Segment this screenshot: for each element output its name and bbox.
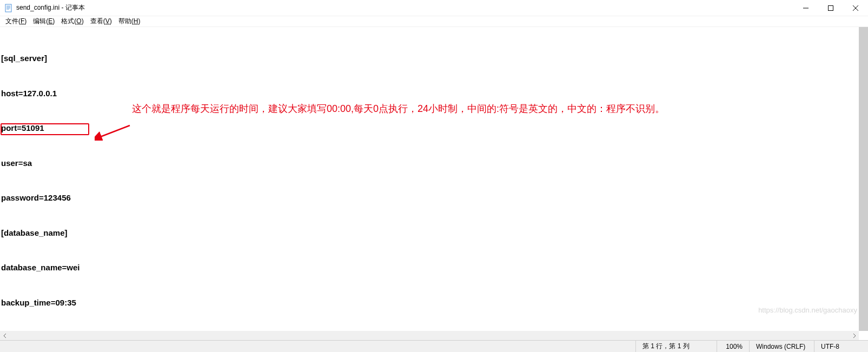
notepad-icon	[4, 4, 13, 12]
svg-rect-6	[829, 5, 833, 10]
scroll-right-icon[interactable]	[850, 331, 859, 340]
status-zoom: 100%	[717, 341, 749, 352]
text-line: host=127.0.0.1	[1, 88, 80, 99]
menu-file[interactable]: 文件(F)	[2, 16, 30, 27]
text-line: [database_name]	[1, 227, 80, 239]
menubar: 文件(F) 编辑(E) 格式(O) 查看(V) 帮助(H)	[0, 16, 868, 27]
text-line: user=sa	[1, 157, 80, 169]
annotation-text: 这个就是程序每天运行的时间，建议大家填写00:00,每天0点执行，24小时制，中…	[132, 101, 684, 117]
text-line: [sql_server]	[1, 52, 80, 64]
scroll-left-icon[interactable]	[0, 331, 9, 340]
text-line: database_name=wei	[1, 262, 80, 274]
titlebar-left: send_config.ini - 记事本	[4, 3, 85, 12]
close-button[interactable]	[843, 0, 868, 16]
text-editor-area[interactable]: [sql_server] host=127.0.0.1 port=51091 u…	[0, 27, 868, 328]
menu-format[interactable]: 格式(O)	[58, 16, 87, 27]
text-line: port=51091	[1, 122, 80, 134]
text-line: password=123456	[1, 192, 80, 204]
text-line: backup_time=09:35	[1, 297, 80, 309]
text-content[interactable]: [sql_server] host=127.0.0.1 port=51091 u…	[1, 29, 80, 328]
annotation-arrow-icon	[95, 124, 132, 141]
minimize-button[interactable]	[793, 0, 818, 16]
window-controls	[793, 0, 868, 16]
menu-view[interactable]: 查看(V)	[87, 16, 115, 27]
window-title: send_config.ini - 记事本	[16, 3, 85, 12]
svg-line-9	[99, 125, 130, 137]
vertical-scroll-thumb[interactable]	[859, 27, 868, 331]
status-eol: Windows (CRLF)	[749, 341, 814, 352]
menu-help[interactable]: 帮助(H)	[115, 16, 144, 27]
menu-edit[interactable]: 编辑(E)	[30, 16, 58, 27]
horizontal-scrollbar[interactable]	[0, 331, 859, 340]
watermark: https://blog.csdn.net/gaochaoxy	[758, 306, 857, 314]
status-position: 第 1 行，第 1 列	[635, 341, 717, 352]
statusbar: 第 1 行，第 1 列 100% Windows (CRLF) UTF-8	[0, 340, 868, 352]
vertical-scrollbar[interactable]	[859, 27, 868, 331]
maximize-button[interactable]	[818, 0, 843, 16]
status-encoding: UTF-8	[814, 341, 868, 352]
titlebar: send_config.ini - 记事本	[0, 0, 868, 16]
